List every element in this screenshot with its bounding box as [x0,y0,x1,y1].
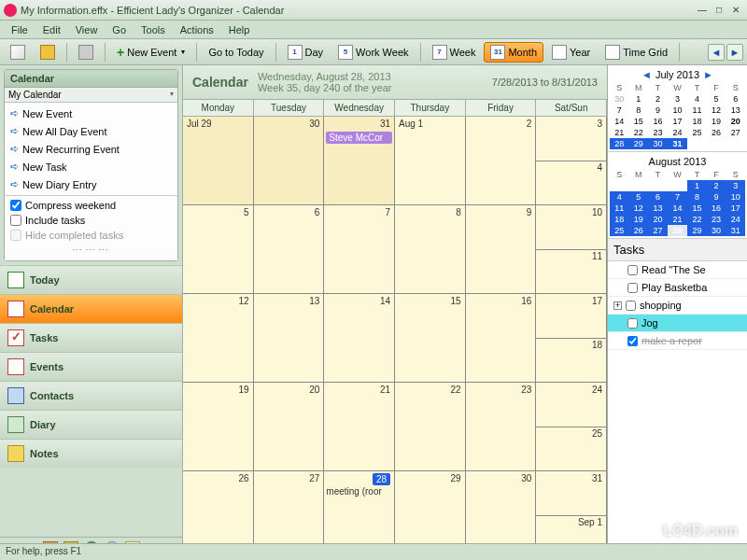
quick-new-all-day-event[interactable]: ➪New All Day Event [7,122,176,140]
nav-today[interactable]: Today [0,265,182,294]
mini-cal-day[interactable]: 19 [707,116,726,127]
calendar-cell[interactable]: 34 [536,117,607,204]
go-to-today-button[interactable]: Go to Today [202,44,270,61]
task-checkbox[interactable] [627,336,638,346]
quick-new-diary-entry[interactable]: ➪New Diary Entry [7,175,176,193]
mini-cal-day[interactable]: 23 [648,127,668,138]
mini-cal-day[interactable] [668,180,688,191]
my-calendar-header[interactable]: My Calendar [5,88,177,103]
mini-cal-day[interactable]: 4 [687,93,707,105]
nav-notes[interactable]: Notes [0,439,182,468]
event-chip[interactable]: Steve McCor [326,132,392,144]
menu-view[interactable]: View [68,22,106,37]
calendar-cell[interactable]: 30 [254,117,325,204]
next-month-button[interactable]: ► [703,69,713,80]
menu-tools[interactable]: Tools [134,22,173,37]
task-checkbox[interactable] [627,265,638,275]
calendar-cell[interactable]: 7 [324,205,395,293]
mini-cal-day[interactable]: 5 [707,93,726,105]
mini-cal-day[interactable]: 3 [668,93,688,105]
task-item[interactable]: Play Basketba [608,279,747,297]
quick-new-task[interactable]: ➪New Task [7,158,176,175]
nav-events[interactable]: Events [0,352,182,381]
mini-cal-day[interactable]: 24 [726,214,745,225]
mini-cal-day[interactable]: 15 [629,116,649,127]
mini-cal-day[interactable] [648,180,668,191]
mini-cal-day[interactable]: 9 [648,105,668,116]
mini-cal-day[interactable]: 14 [668,203,688,214]
mini-cal-day[interactable]: 9 [707,191,726,203]
calendar-cell[interactable]: 8 [395,205,466,293]
calendar-cell[interactable]: 20 [254,383,325,470]
calendar-cell[interactable]: 9 [466,205,537,293]
calendar-cell[interactable]: 14 [324,294,395,382]
view-workweek-button[interactable]: 5Work Week [331,42,415,63]
calendar-cell[interactable]: 6 [254,205,325,293]
mini-cal-day[interactable] [707,138,726,149]
nav-contacts[interactable]: Contacts [0,381,182,410]
minimize-button[interactable]: — [695,4,710,17]
mini-cal-day[interactable]: 23 [707,214,726,225]
calendar-cell[interactable]: 1011 [536,205,607,293]
mini-cal-day[interactable]: 28 [668,225,688,236]
mini-cal-day[interactable]: 20 [726,116,745,127]
mini-cal-day[interactable]: 11 [610,203,629,214]
compress-weekend-input[interactable] [10,200,21,211]
mini-cal-day[interactable]: 6 [726,93,745,105]
mini-cal-day[interactable]: 18 [610,214,629,225]
close-button[interactable]: ✕ [728,4,743,17]
nav-diary[interactable]: Diary [0,410,182,439]
mini-cal-day[interactable]: 25 [687,127,707,138]
mini-cal-day[interactable]: 12 [707,105,726,116]
mini-cal-day[interactable]: 28 [610,138,629,149]
mini-cal-day[interactable]: 7 [668,191,688,203]
mini-cal-day[interactable]: 16 [648,116,668,127]
mini-cal-day[interactable]: 5 [629,191,649,203]
mini-cal-day[interactable]: 12 [629,203,649,214]
mini-cal-day[interactable]: 26 [707,127,726,138]
task-item[interactable]: Jog [608,315,747,332]
mini-cal-day[interactable]: 16 [707,203,726,214]
expand-icon[interactable]: + [613,301,622,310]
mini-cal-day[interactable]: 22 [687,214,707,225]
mini-cal-day[interactable]: 25 [610,225,629,236]
view-year-button[interactable]: Year [545,42,597,63]
menu-go[interactable]: Go [105,22,134,37]
mini-cal-day[interactable]: 1 [687,180,707,191]
task-checkbox[interactable] [626,301,636,311]
view-day-button[interactable]: 1Day [281,42,331,63]
mini-cal-day[interactable]: 8 [687,191,707,203]
nav-tasks[interactable]: Tasks [0,323,182,352]
mini-cal-day[interactable]: 1 [629,93,649,105]
menu-file[interactable]: File [4,22,35,37]
mini-cal-day[interactable]: 31 [726,225,745,236]
quick-new-event[interactable]: ➪New Event [7,105,176,122]
maximize-button[interactable]: □ [712,4,726,17]
mini-cal-day[interactable]: 4 [610,191,629,203]
calendar-cell[interactable]: Aug 1 [395,117,466,204]
mini-cal-day[interactable]: 19 [629,214,649,225]
mini-cal-day[interactable]: 2 [648,93,668,105]
task-checkbox[interactable] [627,318,638,329]
quick-new-recurring-event[interactable]: ➪New Recurring Event [7,140,176,158]
mini-cal-day[interactable]: 14 [610,116,629,127]
task-item[interactable]: +shopping [608,297,747,315]
calendar-cell[interactable]: 15 [395,294,466,382]
new-event-button[interactable]: +New Event▾ [110,42,191,63]
mini-cal-day[interactable]: 27 [726,127,745,138]
mini-cal-day[interactable]: 31 [668,138,688,149]
menu-actions[interactable]: Actions [173,22,221,37]
prev-button[interactable]: ◄ [708,44,725,61]
calendar-cell[interactable]: 2 [466,117,537,204]
mini-cal-day[interactable]: 24 [668,127,688,138]
calendar-cell[interactable]: 22 [395,383,466,470]
mini-cal-day[interactable]: 3 [726,180,745,191]
view-month-button[interactable]: 31Month [484,42,543,63]
open-button[interactable] [34,42,62,63]
mini-cal-day[interactable]: 18 [687,116,707,127]
event-text[interactable]: meeting (roor [326,486,392,497]
mini-cal-day[interactable]: 17 [668,116,688,127]
include-tasks-input[interactable] [10,215,21,226]
calendar-cell[interactable]: 13 [254,294,325,382]
calendar-cell[interactable]: Jul 29 [183,117,254,204]
